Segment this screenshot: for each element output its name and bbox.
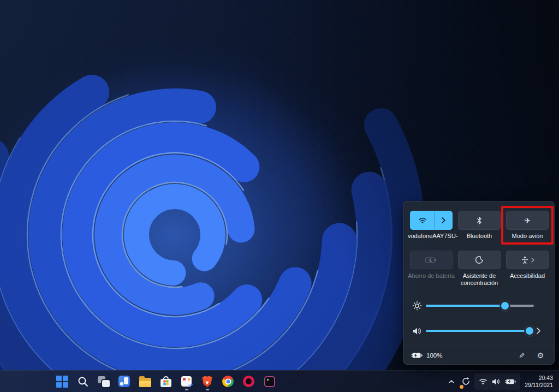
battery-percent-label: 100% — [426, 352, 442, 359]
speaker-tray-icon — [492, 378, 501, 385]
focus-assist-label: Asistente de concentración — [456, 272, 503, 287]
tray-date: 29/11/2021 — [525, 382, 553, 389]
terminal-app-icon — [264, 376, 275, 387]
accessibility-label: Accesibilidad — [504, 272, 551, 280]
battery-saver-label: Ahorro de batería — [408, 272, 455, 280]
brightness-thumb[interactable] — [501, 302, 509, 310]
system-tray: 20:43 29/11/2021 — [445, 371, 556, 392]
widgets-icon — [118, 376, 130, 387]
bluetooth-icon — [476, 216, 483, 225]
update-sync-tray-button[interactable] — [459, 373, 473, 390]
battery-charging-icon — [411, 352, 423, 359]
chevron-up-icon — [448, 378, 455, 385]
bluetooth-tile[interactable] — [458, 211, 501, 230]
windows-logo-icon — [56, 376, 68, 388]
bluetooth-label: Bluetooth — [456, 233, 503, 240]
wifi-tile[interactable] — [410, 211, 453, 230]
taskbar-app-icons: ✂ — [55, 371, 277, 392]
microsoft-store-button[interactable] — [158, 372, 173, 391]
chevron-right-icon — [536, 327, 541, 335]
search-icon — [77, 376, 89, 388]
airplane-icon: ✈ — [524, 217, 531, 224]
brightness-icon — [410, 301, 424, 311]
opera-gx-button[interactable] — [241, 372, 256, 391]
chevron-right-icon — [531, 258, 534, 263]
scissors-icon: ✂ — [187, 380, 195, 389]
moon-icon — [475, 256, 484, 264]
brave-browser-button[interactable] — [200, 372, 215, 391]
folder-icon — [139, 378, 151, 387]
wifi-expand-button[interactable] — [435, 211, 452, 229]
wifi-toggle[interactable] — [411, 211, 435, 229]
task-view-icon — [98, 376, 110, 387]
airplane-mode-tile[interactable]: ✈ — [506, 211, 549, 230]
pencil-icon: ✎ — [518, 352, 526, 358]
notification-dot — [460, 385, 463, 389]
quick-settings-footer: 100% ✎ ⚙ — [403, 346, 554, 364]
running-indicator — [206, 389, 209, 390]
running-indicator — [185, 389, 188, 390]
battery-status[interactable]: 100% — [411, 352, 442, 359]
chevron-right-icon — [441, 217, 446, 224]
accessibility-tile[interactable] — [506, 251, 549, 269]
start-button[interactable] — [55, 372, 69, 391]
widgets-button[interactable] — [117, 372, 132, 391]
airplane-mode-label: Modo avión — [504, 233, 551, 240]
store-bag-icon — [160, 379, 171, 387]
snipping-tool-icon: ✂ — [181, 376, 192, 387]
accessibility-person-icon — [521, 256, 529, 264]
task-view-button[interactable] — [96, 372, 111, 391]
search-button[interactable] — [75, 372, 90, 391]
battery-saver-icon — [425, 257, 437, 264]
opera-gx-icon — [243, 376, 254, 387]
edit-quick-settings-button[interactable]: ✎ — [516, 349, 528, 361]
chrome-icon — [222, 376, 234, 387]
focus-assist-tile[interactable] — [458, 251, 501, 269]
volume-output-expand-button[interactable] — [536, 327, 541, 335]
brightness-slider[interactable] — [426, 305, 534, 307]
hidden-icons-button[interactable] — [445, 373, 457, 390]
speaker-icon — [410, 327, 424, 335]
quick-settings-tray-button[interactable] — [474, 373, 520, 390]
volume-slider-row — [403, 323, 554, 339]
wifi-icon — [418, 217, 427, 224]
brightness-slider-row — [403, 298, 554, 314]
clock-date-button[interactable]: 20:43 29/11/2021 — [522, 373, 556, 390]
snipping-tool-button[interactable]: ✂ — [179, 372, 194, 391]
settings-button[interactable]: ⚙ — [534, 349, 546, 361]
quick-settings-panel: ✈ vodafoneAAY7SU- Bluetooth Modo avión A… — [403, 201, 555, 365]
chrome-button[interactable] — [221, 372, 235, 391]
brave-shield-icon — [202, 376, 212, 387]
volume-thumb[interactable] — [526, 327, 533, 335]
file-explorer-button[interactable] — [138, 372, 152, 391]
sync-icon — [461, 377, 471, 386]
taskbar: ✂ — [0, 370, 559, 392]
wifi-label: vodafoneAAY7SU- — [408, 233, 455, 240]
battery-tray-icon — [505, 378, 516, 385]
gear-icon: ⚙ — [537, 351, 544, 360]
terminal-app-button[interactable] — [262, 372, 277, 391]
tray-time: 20:43 — [525, 375, 553, 382]
volume-slider[interactable] — [426, 330, 531, 332]
brightness-fill — [426, 305, 505, 307]
volume-fill — [426, 330, 530, 332]
battery-saver-tile[interactable] — [410, 251, 453, 269]
wifi-tray-icon — [479, 378, 487, 385]
